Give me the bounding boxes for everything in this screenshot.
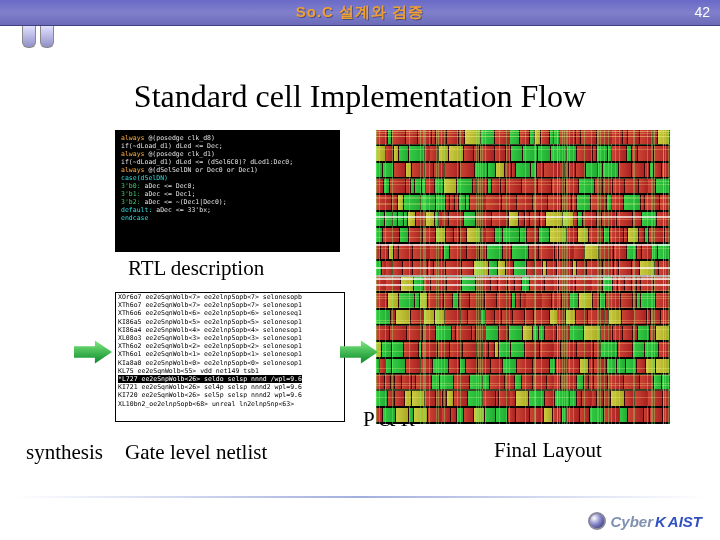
final-layout-label: Final Layout xyxy=(494,438,602,463)
logo-aist: AIST xyxy=(668,513,702,530)
slide-title: Standard cell Implementation Flow xyxy=(0,78,720,115)
netlist-image: XOr6o7 ee2eSqnWolb<7> ee2elnpSopb<7> sel… xyxy=(115,292,345,422)
rtl-label: RTL description xyxy=(128,256,264,281)
rtl-code-image: always @(posedge clk_d8) if(~dLoad_d1) d… xyxy=(115,130,340,252)
logo-prefix: Cyber xyxy=(610,513,653,530)
footer-divider xyxy=(14,496,706,498)
logo-orb-icon xyxy=(588,512,606,530)
layout-image xyxy=(376,130,670,424)
slide-header: So.C 설계와 검증 42 xyxy=(0,0,720,26)
logo-k: K xyxy=(655,513,666,530)
arrow-icon xyxy=(74,340,112,364)
cyber-kaist-logo: Cyber KAIST xyxy=(588,512,702,530)
tab-decoration xyxy=(22,26,36,48)
svg-marker-1 xyxy=(340,341,378,364)
page-number: 42 xyxy=(694,4,710,20)
course-title: So.C 설계와 검증 xyxy=(296,3,425,22)
arrow-icon xyxy=(340,340,378,364)
decorative-tabs xyxy=(22,26,54,48)
gate-level-label: Gate level netlist xyxy=(125,440,267,465)
tab-decoration xyxy=(40,26,54,48)
synthesis-label: synthesis xyxy=(26,440,103,465)
svg-marker-0 xyxy=(74,341,112,364)
